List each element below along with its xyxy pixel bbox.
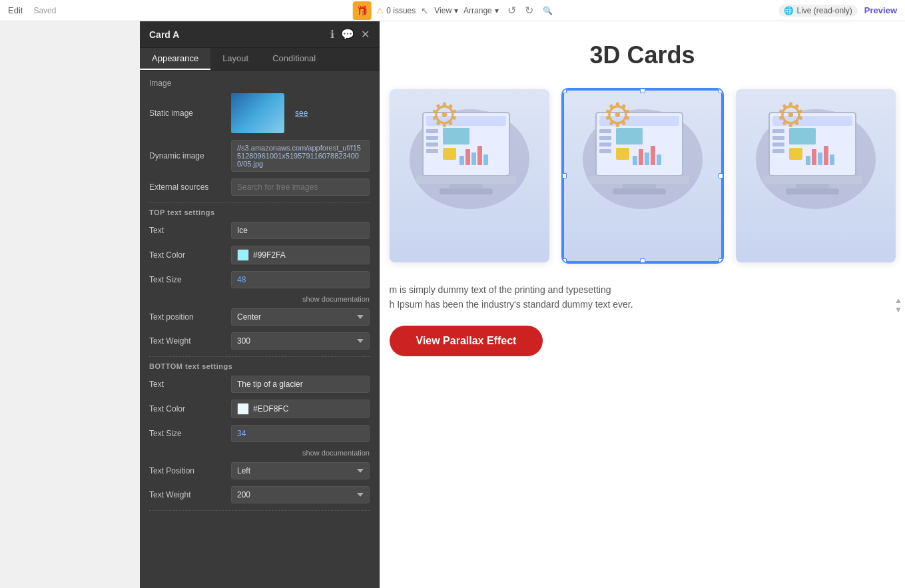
bottom-weight-select-wrap: 200 100 300 400 500 600 700 [231, 486, 370, 503]
cards-row: ⚙ [390, 89, 896, 262]
svg-rect-4 [426, 143, 438, 147]
svg-rect-9 [465, 149, 470, 165]
svg-rect-30 [623, 184, 656, 188]
undo-button[interactable]: ↺ [504, 3, 520, 19]
warning-icon: ⚠ [376, 6, 384, 15]
external-sources-row: External sources [149, 178, 370, 196]
topbar-center: 🎁 ⚠ 0 issues ↖ View ▾ Arrange ▾ ↺ ↻ 🔍 [352, 1, 553, 20]
panel-header: Card A ℹ 💬 ✕ [140, 21, 379, 48]
svg-rect-24 [633, 156, 637, 165]
search-button[interactable]: 🔍 [543, 6, 553, 15]
gift-icon[interactable]: 🎁 [352, 1, 371, 20]
bottom-show-doc-link[interactable]: show documentation [149, 449, 370, 457]
svg-rect-25 [639, 149, 643, 165]
redo-button[interactable]: ↻ [521, 3, 537, 19]
topbar: Edit Saved 🎁 ⚠ 0 issues ↖ View ▾ Arrange… [0, 0, 905, 21]
see-link[interactable]: see [295, 109, 308, 118]
card-right-illustration: ⚙ [736, 89, 896, 262]
card-center[interactable]: ⚙ [563, 89, 723, 262]
top-text-section-label: TOP text settings [149, 208, 370, 216]
svg-rect-21 [599, 149, 611, 153]
image-section-label: Image [149, 79, 370, 88]
tab-layout[interactable]: Layout [210, 48, 260, 70]
top-text-input[interactable] [231, 222, 370, 239]
top-color-label: Text Color [149, 250, 226, 260]
card-right[interactable]: ⚙ [736, 89, 896, 262]
svg-rect-45 [762, 176, 862, 184]
svg-rect-43 [824, 146, 828, 165]
svg-rect-13 [416, 176, 516, 184]
topbar-edit[interactable]: Edit [8, 5, 23, 15]
bottom-position-select[interactable]: Left Center Right [231, 462, 370, 479]
svg-rect-36 [772, 143, 784, 147]
static-image-row: Static image see [149, 93, 370, 133]
bottom-color-label: Text Color [149, 404, 226, 414]
bottom-position-label: Text Position [149, 466, 226, 475]
svg-rect-46 [796, 184, 829, 188]
bottom-weight-select[interactable]: 200 100 300 400 500 600 700 [231, 486, 370, 503]
bottom-color-swatch [237, 403, 249, 415]
bottom-size-value [231, 425, 370, 442]
top-color-field[interactable]: #99F2FA [231, 246, 370, 264]
top-size-input[interactable] [231, 271, 370, 288]
external-sources-value [231, 178, 370, 196]
tab-appearance[interactable]: Appearance [140, 48, 210, 70]
arrange-chevron-icon: ▾ [495, 6, 499, 15]
card-left[interactable]: ⚙ [390, 89, 549, 262]
top-position-label: Text position [149, 312, 226, 322]
bottom-text-input[interactable] [231, 376, 370, 393]
bottom-text-section-label: BOTTOM text settings [149, 362, 370, 370]
bottom-position-row: Text Position Left Center Right [149, 462, 370, 479]
section-separator-2 [149, 356, 370, 357]
svg-rect-27 [651, 146, 655, 165]
bottom-size-input[interactable] [231, 425, 370, 442]
view-button[interactable]: View ▾ [434, 6, 458, 15]
bottom-color-field[interactable]: #EDF8FC [231, 400, 370, 418]
svg-rect-20 [599, 143, 611, 147]
top-show-doc-link[interactable]: show documentation [149, 295, 370, 303]
top-weight-select-wrap: 300 100 200 400 500 600 700 [231, 332, 370, 350]
top-weight-select[interactable]: 300 100 200 400 500 600 700 [231, 332, 370, 350]
image-thumbnail[interactable] [231, 93, 284, 133]
body-text: m is simply dummy text of the printing a… [390, 282, 789, 312]
top-position-select-wrap: Center Left Right [231, 308, 370, 326]
view-chevron-icon: ▾ [454, 6, 458, 15]
bottom-size-row: Text Size [149, 425, 370, 442]
dynamic-image-label: Dynamic image [149, 151, 226, 160]
bottom-size-label: Text Size [149, 429, 226, 438]
scroll-down-icon: ▼ [894, 306, 902, 314]
properties-panel: Card A ℹ 💬 ✕ Appearance Layout Condition… [140, 21, 380, 588]
gear-icon-center: ⚙ [603, 96, 633, 135]
top-position-select[interactable]: Center Left Right [231, 308, 370, 326]
page-title: 3D Cards [390, 41, 896, 69]
search-images-input[interactable] [231, 178, 370, 196]
scroll-hint: ▲ ▼ [894, 296, 902, 314]
svg-rect-37 [772, 149, 784, 153]
bottom-weight-label: Text Weight [149, 490, 226, 499]
close-icon[interactable]: ✕ [361, 28, 370, 41]
svg-rect-8 [459, 156, 464, 165]
top-text-row: Text [149, 222, 370, 239]
parallax-button[interactable]: View Parallax Effect [390, 326, 543, 356]
dynamic-image-value: //s3.amazonaws.com/appforest_uf/f1551280… [231, 140, 370, 172]
card-left-illustration: ⚙ [390, 89, 549, 262]
svg-rect-44 [830, 154, 834, 165]
top-weight-row: Text Weight 300 100 200 400 500 600 700 [149, 332, 370, 350]
topbar-left: Edit Saved [8, 5, 56, 15]
arrange-button[interactable]: Arrange ▾ [463, 6, 499, 15]
tab-conditional[interactable]: Conditional [260, 48, 328, 70]
top-size-value [231, 271, 370, 288]
bottom-color-row: Text Color #EDF8FC [149, 400, 370, 418]
top-color-row: Text Color #99F2FA [149, 246, 370, 264]
svg-rect-47 [786, 188, 839, 194]
comment-icon[interactable]: 💬 [341, 28, 354, 41]
svg-rect-29 [589, 176, 689, 184]
svg-rect-35 [772, 136, 784, 140]
dynamic-image-row: Dynamic image //s3.amazonaws.com/appfore… [149, 140, 370, 172]
topbar-right: 🌐 Live (read-only) Preview [778, 5, 897, 17]
issues-badge: ⚠ 0 issues [376, 6, 416, 15]
svg-rect-10 [471, 152, 476, 165]
info-icon[interactable]: ℹ [330, 28, 334, 41]
top-color-hex: #99F2FA [253, 250, 286, 260]
preview-button[interactable]: Preview [864, 5, 897, 15]
